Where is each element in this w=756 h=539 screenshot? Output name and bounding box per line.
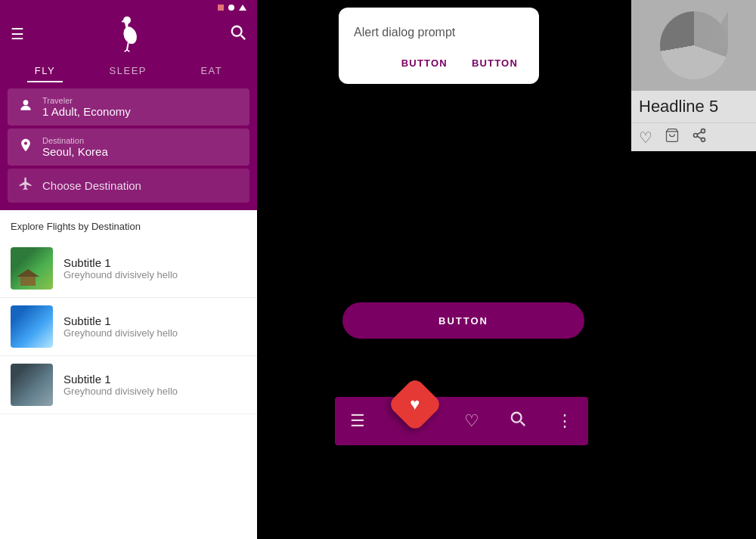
- flight-item-1[interactable]: Subtitle 1 Greyhound divisively hello: [0, 240, 257, 298]
- card-chart: [660, 11, 728, 79]
- flight-subtitle-1: Subtitle 1: [64, 256, 178, 269]
- status-circle-icon: [228, 5, 234, 11]
- flights-title: Explore Flights by Destination: [0, 221, 257, 240]
- person-icon: [18, 98, 33, 116]
- svg-line-2: [127, 43, 129, 50]
- flight-subtitle-3: Subtitle 1: [64, 373, 178, 386]
- bottom-nav: ☰ ♥ ♡ ⋮: [335, 397, 588, 445]
- flight-desc-3: Greyhound divisively hello: [64, 386, 178, 397]
- app-header: ☰: [0, 12, 257, 59]
- card-headline: Headline 5: [639, 97, 748, 116]
- nav-heart-icon[interactable]: ♡: [464, 411, 479, 431]
- svg-line-14: [697, 136, 702, 138]
- svg-line-15: [697, 132, 702, 134]
- flight-subtitle-2: Subtitle 1: [64, 314, 178, 327]
- hamburger-icon[interactable]: ☰: [11, 25, 24, 43]
- flight-thumb-3: [11, 364, 53, 406]
- status-bar: [0, 0, 257, 12]
- svg-point-11: [702, 129, 705, 133]
- card-image-area: [631, 0, 756, 91]
- tabs: FLY SLEEP EAT: [0, 59, 257, 82]
- card-share-icon[interactable]: [692, 128, 707, 147]
- traveler-label: Traveler: [42, 96, 131, 105]
- svg-line-9: [521, 422, 525, 426]
- right-card: Headline 5 ♡: [631, 0, 756, 151]
- nav-fab-heart-icon: ♥: [410, 395, 420, 414]
- flight-thumb-2: [11, 305, 53, 348]
- svg-point-12: [694, 134, 698, 138]
- svg-point-8: [512, 413, 522, 423]
- destination-label: Destination: [42, 136, 108, 145]
- choose-destination-value: Choose Destination: [42, 179, 141, 192]
- flight-desc-1: Greyhound divisively hello: [64, 269, 178, 280]
- destination-value: Seoul, Korea: [42, 145, 108, 158]
- tab-fly[interactable]: FLY: [27, 59, 63, 82]
- nav-more-icon[interactable]: ⋮: [556, 411, 573, 431]
- svg-line-4: [127, 50, 129, 52]
- location-icon: [18, 138, 33, 156]
- flights-list: Explore Flights by Destination Subtitle …: [0, 210, 257, 539]
- fab-container: ♥: [395, 401, 435, 441]
- phone-panel: ☰: [0, 0, 257, 539]
- traveler-field[interactable]: Traveler 1 Adult, Economy: [8, 88, 249, 125]
- choose-destination-field[interactable]: Choose Destination: [8, 169, 249, 203]
- alert-button-1[interactable]: BUTTON: [395, 54, 454, 72]
- hut-shape: [17, 271, 39, 286]
- tab-sleep[interactable]: SLEEP: [102, 59, 154, 82]
- form-fields: Traveler 1 Adult, Economy Destination Se…: [0, 82, 257, 210]
- card-triangle: [707, 11, 728, 48]
- traveler-value: 1 Adult, Economy: [42, 105, 131, 118]
- svg-line-3: [125, 50, 127, 52]
- svg-point-1: [123, 17, 131, 24]
- alert-dialog: Alert dialog prompt BUTTON BUTTON: [339, 8, 539, 84]
- flight-thumb-1: [11, 247, 53, 290]
- card-actions: ♡: [631, 122, 756, 151]
- flight-item-2[interactable]: Subtitle 1 Greyhound divisively hello: [0, 298, 257, 356]
- logo-bird: [108, 15, 146, 53]
- flight-item-3[interactable]: Subtitle 1 Greyhound divisively hello: [0, 356, 257, 414]
- svg-point-7: [23, 100, 29, 105]
- status-square-icon: [218, 5, 224, 11]
- svg-point-13: [702, 138, 705, 141]
- svg-point-5: [232, 26, 242, 36]
- svg-point-0: [121, 25, 139, 46]
- status-triangle-icon: [239, 5, 246, 11]
- nav-search-icon[interactable]: [510, 410, 526, 432]
- card-heart-icon[interactable]: ♡: [639, 129, 652, 147]
- card-title-area: Headline 5: [631, 91, 756, 122]
- search-icon[interactable]: [230, 24, 246, 45]
- destination-field[interactable]: Destination Seoul, Korea: [8, 129, 249, 166]
- tab-eat[interactable]: EAT: [193, 59, 230, 82]
- flight-icon: [18, 176, 33, 195]
- nav-fab[interactable]: ♥: [387, 376, 443, 432]
- alert-text: Alert dialog prompt: [354, 26, 524, 39]
- big-button[interactable]: BUTTON: [342, 302, 584, 339]
- alert-buttons: BUTTON BUTTON: [354, 54, 524, 72]
- svg-line-6: [241, 35, 246, 39]
- big-button-label: BUTTON: [438, 315, 488, 327]
- phone-top: ☰: [0, 0, 257, 210]
- alert-button-2[interactable]: BUTTON: [466, 54, 524, 72]
- nav-hamburger-icon[interactable]: ☰: [350, 411, 365, 431]
- flight-desc-2: Greyhound divisively hello: [64, 327, 178, 339]
- card-cart-icon[interactable]: [665, 128, 680, 147]
- logo-container: [108, 15, 146, 53]
